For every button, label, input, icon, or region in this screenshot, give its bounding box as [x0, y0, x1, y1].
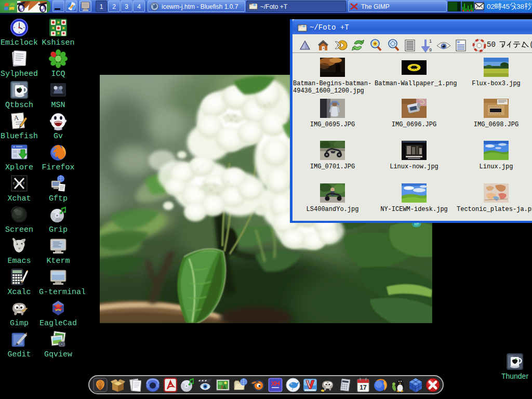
svg-text:17: 17	[360, 384, 367, 391]
svg-text:T: T	[23, 182, 25, 185]
svg-text:1: 1	[429, 38, 432, 44]
svg-text:9: 9	[429, 47, 432, 52]
svg-text:C: C	[13, 182, 15, 185]
svg-text:H: H	[17, 182, 19, 185]
svg-text:A: A	[20, 182, 22, 185]
